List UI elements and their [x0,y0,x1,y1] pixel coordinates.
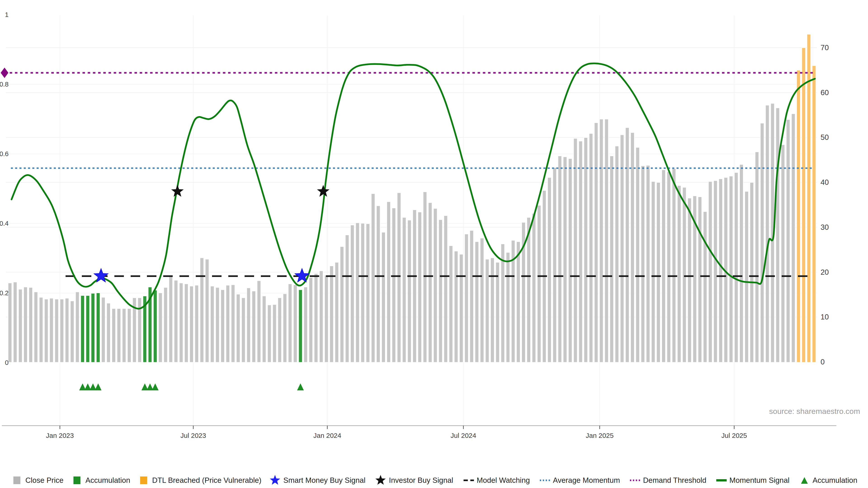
close-price-bar [70,301,74,362]
x-axis-label: Jul 2024 [451,432,476,439]
legend-label: Accumulation [813,476,857,484]
legend-label: Investor Buy Signal [389,476,453,484]
close-price-bar [781,144,785,362]
legend-item-accumulation-tri[interactable]: Accumulation [801,476,857,484]
close-price-bar [268,305,271,362]
accumulation-bar [299,290,303,362]
close-price-bar [480,238,484,362]
close-price-bar [677,186,681,362]
accumulation-triangles [79,383,304,390]
close-price-bar [708,182,712,362]
left-axis-label: 0.6 [0,150,8,158]
close-price-bar [527,217,531,362]
page: { "chart_data": { "type": "bar+line", "t… [0,0,868,488]
close-price-bar [610,156,614,362]
close-price-bar [755,152,759,362]
close-price-bar [761,123,764,362]
close-price-bar [625,128,629,362]
close-price-bar [190,286,193,362]
right-axis-label: 60 [820,88,829,97]
close-price-bar [319,271,323,362]
right-axis-label: 30 [820,223,829,231]
legend-label: Close Price [25,476,64,484]
legend-item-close-price[interactable]: Close Price [13,476,64,484]
accumulation-bar [91,293,95,362]
close-price-bar [444,216,448,362]
legend-item-accumulation[interactable]: Accumulation [73,476,130,484]
momentum-chart-canvas: 00.20.40.60.81010203040506070Jan 2023Jul… [0,0,868,488]
close-price-bar [558,156,562,362]
close-price-bar [506,252,510,362]
close-price-bar [423,192,427,362]
close-price-bar [449,246,453,362]
legend-label: Smart Money Buy Signal [283,476,366,484]
right-axis-label: 50 [820,133,829,141]
close-price-bar [408,220,411,362]
source-note: source: sharemaestro.com [769,407,860,416]
close-price-bar [19,289,22,362]
close-price-bar [273,304,276,362]
accumulation-bar [96,293,100,362]
close-price-bar [158,293,162,362]
close-price-bar [776,108,780,362]
close-price-bar [216,287,219,362]
dtl-breached-bar [797,70,800,362]
close-price-bar [599,119,603,362]
legend-swatch-dtl-breached [140,477,147,484]
close-price-bar [226,285,230,362]
x-axis-label: Jul 2023 [180,432,206,439]
legend-swatch-accumulation-tri [801,477,808,484]
close-price-bar [729,176,733,362]
close-price-bar [548,177,552,362]
close-price-bar [262,296,266,362]
legend-label: Model Watching [477,476,530,484]
close-price-bar [454,251,458,362]
close-price-bar [532,213,536,362]
close-price-bar [579,141,583,362]
close-price-bar [34,292,38,362]
accumulation-bar [86,295,90,362]
close-price-bar [257,281,261,362]
right-axis-label: 20 [820,268,829,276]
price-bars [8,34,816,362]
legend-item-investor-buy[interactable]: Investor Buy Signal [375,475,453,485]
investor-buy-star [171,185,184,197]
close-price-bar [211,286,214,362]
legend-item-demand-threshold[interactable]: Demand Threshold [630,476,706,484]
close-price-bar [345,235,349,362]
x-axis-label: Jul 2025 [721,432,747,439]
close-price-bar [371,194,375,362]
close-price-bar [39,297,43,362]
legend-item-momentum-signal[interactable]: Momentum Signal [716,476,789,484]
accumulation-bar [81,295,85,362]
close-price-bar [101,297,105,362]
accumulation-triangle [95,383,101,390]
legend-label: DTL Breached (Price Vulnerable) [152,476,261,484]
close-price-bar [631,133,634,362]
buy-signal-markers [94,185,330,282]
close-price-bar [127,308,131,363]
close-price-bar [107,303,111,362]
close-price-bar [122,308,126,363]
legend-item-avg-momentum[interactable]: Average Momentum [540,476,620,484]
close-price-bar [491,258,494,362]
close-price-bar [242,298,246,362]
close-price-bar [324,275,329,363]
close-price-bar [355,223,360,362]
close-price-bar [651,182,655,362]
left-axis-label: 0.2 [0,289,8,297]
dtl-breached-bar [812,66,816,363]
close-price-bar [8,283,12,362]
close-price-bar [465,234,468,362]
legend-item-model-watching[interactable]: Model Watching [464,476,530,484]
close-price-bar [594,123,598,362]
close-price-bar [397,193,401,362]
close-price-bar [44,299,48,362]
legend-item-dtl-breached[interactable]: DTL Breached (Price Vulnerable) [140,476,261,484]
close-price-bar [381,232,385,362]
left-axis-label: 0.8 [0,80,8,88]
legend-item-smart-money[interactable]: Smart Money Buy Signal [270,475,366,485]
close-price-bar [735,172,738,362]
close-price-bar [13,282,17,362]
close-price-bar [174,280,178,362]
